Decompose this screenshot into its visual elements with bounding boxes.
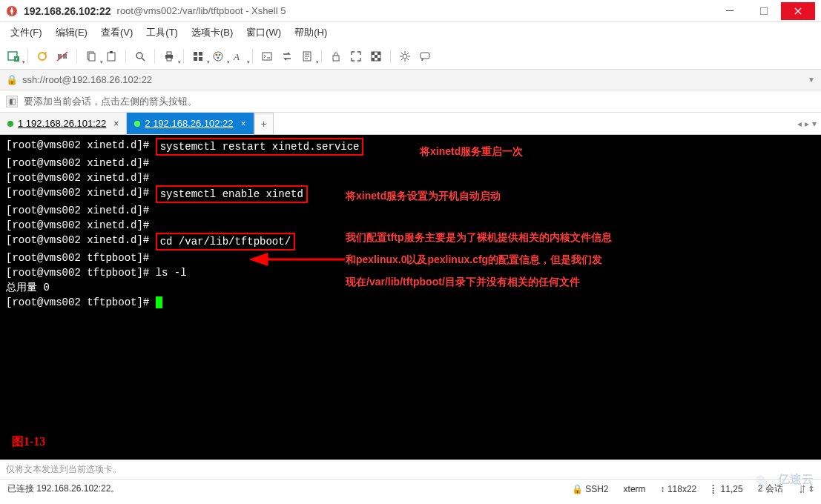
prompt: [root@vms002 tftpboot]# — [6, 265, 149, 280]
print-icon[interactable] — [160, 47, 178, 65]
status-dot-icon — [134, 121, 140, 127]
svg-rect-35 — [421, 53, 429, 59]
prompt: [root@vms002 xinetd.d]# — [6, 203, 815, 218]
prompt: [root@vms002 xinetd.d]# — [6, 185, 149, 200]
status-ssh: 🔒 SSH2 — [572, 484, 609, 494]
svg-point-12 — [136, 53, 142, 59]
toolbar-separator — [390, 49, 391, 64]
svg-point-34 — [403, 54, 407, 59]
svg-rect-11 — [110, 51, 113, 53]
new-tab-button[interactable]: + — [254, 113, 274, 134]
input-hint-bar[interactable]: 仅将文本发送到当前选项卡。 — [0, 460, 821, 479]
toolbar-separator — [27, 49, 28, 64]
chat-icon[interactable] — [416, 47, 434, 65]
close-button[interactable] — [781, 2, 815, 20]
toolbar-separator — [125, 49, 126, 64]
toolbar-separator — [76, 49, 77, 64]
menu-view[interactable]: 查看(V) — [95, 23, 139, 42]
prompt: [root@vms002 tftpboot]# — [6, 295, 149, 310]
svg-rect-2 — [760, 7, 768, 15]
transparency-icon[interactable] — [367, 47, 385, 65]
properties-icon[interactable] — [189, 47, 207, 65]
cmd: ls -l — [156, 265, 187, 280]
tab-label: 2 192.168.26.102:22 — [145, 118, 233, 129]
new-session-icon[interactable] — [4, 47, 22, 65]
input-hint-text: 仅将文本发送到当前选项卡。 — [6, 463, 122, 476]
font-icon[interactable]: A — [229, 47, 247, 65]
svg-rect-31 — [375, 55, 377, 58]
svg-point-21 — [216, 53, 218, 56]
menu-help[interactable]: 帮助(H) — [288, 23, 333, 42]
log-icon[interactable] — [298, 47, 316, 65]
annotation: 和pexlinux.0以及pexlinux.cfg的配置信息，但是我们发 — [346, 252, 602, 267]
settings-icon[interactable] — [396, 47, 414, 65]
session-tab-2[interactable]: 2 192.168.26.102:22 × — [127, 113, 254, 134]
maximize-button[interactable] — [747, 2, 781, 20]
tab-close-icon[interactable]: × — [241, 119, 246, 129]
fullscreen-icon[interactable] — [347, 47, 365, 65]
script-icon[interactable] — [258, 47, 276, 65]
tab-next-icon[interactable]: ▸ — [805, 119, 809, 129]
tab-label: 1 192.168.26.101:22 — [18, 118, 106, 129]
tab-strip: 1 192.168.26.101:22 × 2 192.168.26.102:2… — [0, 113, 821, 135]
svg-text:A: A — [233, 51, 240, 62]
svg-rect-33 — [377, 58, 380, 61]
svg-rect-29 — [372, 52, 375, 55]
toolbar-separator — [252, 49, 253, 64]
menu-bar: 文件(F) 编辑(E) 查看(V) 工具(T) 选项卡(B) 窗口(W) 帮助(… — [0, 22, 821, 43]
svg-rect-30 — [377, 52, 380, 55]
status-size: ↕ 118x22 — [661, 484, 697, 494]
status-arrows[interactable]: ⮃ ⬍ — [798, 484, 814, 494]
svg-rect-17 — [194, 57, 197, 61]
tab-prev-icon[interactable]: ◂ — [797, 119, 802, 129]
svg-rect-9 — [89, 53, 95, 61]
transfer-icon[interactable] — [278, 47, 296, 65]
prompt: [root@vms002 xinetd.d]# — [6, 170, 815, 185]
toolbar: A — [0, 43, 821, 70]
annotation: 我们配置tftp服务主要是为了裸机提供相关的内核文件信息 — [346, 230, 612, 245]
svg-point-20 — [214, 52, 222, 61]
app-icon — [6, 5, 18, 17]
lock-icon[interactable] — [327, 47, 345, 65]
disconnect-icon[interactable] — [53, 47, 71, 65]
menu-tools[interactable]: 工具(T) — [140, 23, 184, 42]
menu-window[interactable]: 窗口(W) — [240, 23, 287, 42]
tab-nav: ◂ ▸ ▾ — [793, 113, 821, 134]
color-scheme-icon[interactable] — [209, 47, 227, 65]
menu-edit[interactable]: 编辑(E) — [50, 23, 93, 42]
minimize-button[interactable] — [713, 2, 747, 20]
toolbar-separator — [183, 49, 184, 64]
tab-list-icon[interactable]: ▾ — [812, 119, 817, 129]
find-icon[interactable] — [131, 47, 149, 65]
title-path: root@vms002:/var/lib/tftpboot - Xshell 5 — [117, 5, 286, 16]
svg-rect-15 — [167, 58, 171, 61]
url-bar[interactable]: 🔒 ssh://root@192.168.26.102:22 ▼ — [0, 70, 821, 90]
prompt: [root@vms002 xinetd.d]# — [6, 233, 149, 248]
reconnect-icon[interactable] — [33, 47, 51, 65]
cursor — [156, 296, 162, 308]
url-text: ssh://root@192.168.26.102:22 — [22, 74, 152, 85]
dropdown-icon[interactable]: ▼ — [808, 76, 815, 84]
figure-label: 图1-13 — [12, 434, 45, 449]
paste-icon[interactable] — [102, 47, 120, 65]
hint-badge-icon[interactable]: ◧ — [6, 96, 18, 107]
toolbar-separator — [321, 49, 322, 64]
svg-point-22 — [219, 53, 221, 56]
session-tab-1[interactable]: 1 192.168.26.101:22 × — [0, 113, 127, 134]
menu-tabs[interactable]: 选项卡(B) — [185, 23, 239, 42]
prompt: [root@vms002 xinetd.d]# — [6, 138, 149, 153]
svg-rect-16 — [194, 52, 197, 56]
copy-icon[interactable] — [82, 47, 100, 65]
status-bar: 已连接 192.168.26.102:22。 🔒 SSH2 xterm ↕ 11… — [0, 479, 821, 498]
svg-rect-18 — [199, 52, 202, 56]
tab-close-icon[interactable]: × — [113, 119, 119, 129]
terminal[interactable]: [root@vms002 xinetd.d]# systemctl restar… — [0, 135, 821, 460]
svg-rect-1 — [726, 10, 733, 11]
menu-file[interactable]: 文件(F) — [4, 23, 48, 42]
svg-rect-25 — [263, 53, 271, 60]
status-pos: ⡇ 11,25 — [711, 484, 742, 494]
status-term: xterm — [624, 484, 646, 494]
window-controls — [713, 2, 815, 20]
cmd-box: systemctl restart xinetd.service — [156, 138, 364, 156]
status-connection: 已连接 192.168.26.102:22。 — [7, 483, 119, 495]
